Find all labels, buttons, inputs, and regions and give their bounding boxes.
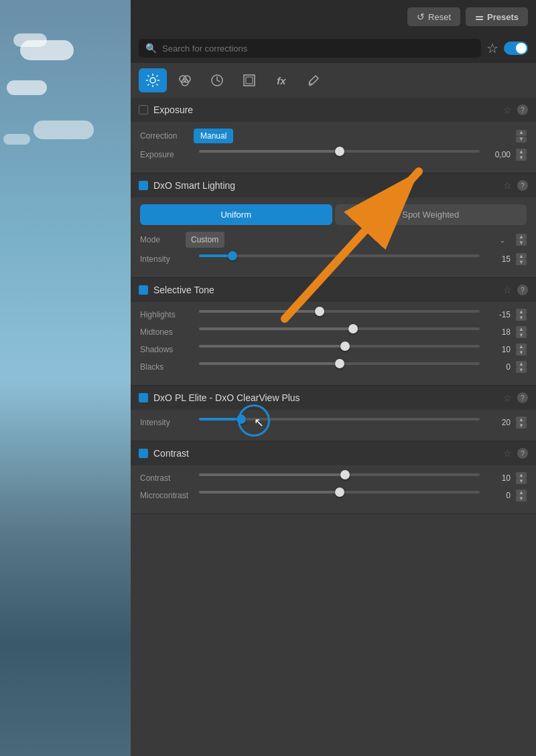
clearview-star-icon[interactable]: ☆ [503, 392, 512, 403]
shadows-stepper-down[interactable]: ▼ [516, 350, 527, 356]
exposure-star-icon[interactable]: ☆ [503, 104, 512, 115]
favorites-star-icon[interactable]: ☆ [486, 40, 498, 56]
smart-lighting-icon [139, 181, 148, 190]
microcontrast-slider-label: Microcontrast [140, 491, 194, 500]
smart-lighting-header[interactable]: DxO Smart Lighting ☆ ? [131, 173, 536, 198]
blacks-value: 0 [485, 362, 511, 372]
microcontrast-stepper-up[interactable]: ▲ [516, 489, 527, 496]
clearview-stepper-up[interactable]: ▲ [516, 417, 527, 423]
selective-tone-title: Selective Tone [153, 285, 498, 295]
intensity-stepper-down[interactable]: ▼ [516, 259, 527, 265]
intensity-slider-row: Intensity 15 ▲ ▼ [140, 253, 527, 265]
toggle-switch[interactable] [504, 42, 528, 55]
microcontrast-value: 0 [485, 491, 511, 500]
highlights-stepper-down[interactable]: ▼ [516, 315, 527, 321]
midtones-label: Midtones [140, 327, 194, 337]
correction-btn-active[interactable]: Manual [194, 129, 233, 143]
clearview-help-icon[interactable]: ? [517, 392, 528, 403]
selective-tone-help-icon[interactable]: ? [517, 285, 528, 295]
fx-label: fx [277, 75, 285, 86]
selective-tone-header[interactable]: Selective Tone ☆ ? [131, 278, 536, 302]
clearview-intensity-row: Intensity 20 ▲ ▼ [140, 417, 527, 429]
blacks-slider-row: Blacks 0 ▲ ▼ [140, 361, 527, 373]
contrast-slider[interactable] [199, 473, 480, 483]
svg-line-6 [157, 84, 158, 86]
midtones-slider-row: Midtones 18 ▲ ▼ [140, 326, 527, 338]
presets-button[interactable]: ⚌ Presets [466, 7, 528, 26]
presets-icon: ⚌ [475, 11, 484, 22]
exposure-header[interactable]: Exposure ☆ ? [131, 98, 536, 122]
smart-lighting-help-icon[interactable]: ? [517, 180, 528, 191]
highlights-label: Highlights [140, 310, 194, 319]
clearview-body: Intensity 20 ▲ ▼ ↖ [131, 410, 536, 441]
intensity-slider[interactable] [199, 254, 480, 264]
history-tool-icon[interactable] [203, 68, 231, 92]
highlights-stepper-up[interactable]: ▲ [516, 309, 527, 315]
search-input-wrap[interactable]: 🔍 [139, 39, 481, 58]
clearview-stepper-down[interactable]: ▼ [516, 423, 527, 429]
exposure-checkbox[interactable] [139, 105, 148, 115]
color-tool-icon[interactable] [171, 68, 199, 92]
exposure-help-icon[interactable]: ? [517, 104, 528, 115]
blacks-label: Blacks [140, 362, 194, 372]
contrast-header[interactable]: Contrast ☆ ? [131, 441, 536, 465]
microcontrast-stepper-down[interactable]: ▼ [516, 496, 527, 502]
midtones-slider[interactable] [199, 327, 480, 337]
tool-icons-row: fx [131, 63, 536, 98]
exposure-slider[interactable] [199, 150, 480, 159]
highlights-slider-row: Highlights -15 ▲ ▼ [140, 309, 527, 321]
reset-button[interactable]: ↺ Reset [407, 7, 460, 26]
correction-row: Correction Manual ▲ ▼ [140, 129, 527, 143]
exposure-stepper-down[interactable]: ▼ [516, 155, 527, 161]
selective-tone-section: Selective Tone ☆ ? Highlights -15 ▲ [131, 278, 536, 386]
smart-lighting-body: Uniform Spot Weighted Mode Custom [131, 198, 536, 277]
right-panel: ↺ Reset ⚌ Presets 🔍 ☆ [131, 0, 536, 756]
contrast-help-icon[interactable]: ? [517, 448, 528, 459]
mode-stepper-up[interactable]: ▲ [516, 234, 527, 240]
contrast-slider-row: Contrast 10 ▲ ▼ [140, 472, 527, 484]
selective-tone-star-icon[interactable]: ☆ [503, 285, 512, 295]
intensity-value: 15 [485, 254, 511, 264]
svg-point-0 [150, 78, 155, 83]
panels-container: Exposure ☆ ? Correction Manual ▲ ▼ Expos… [131, 98, 536, 756]
exposure-stepper-up[interactable]: ▲ [516, 149, 527, 155]
clearview-intensity-value: 20 [485, 418, 511, 427]
spot-weighted-button[interactable]: Spot Weighted [335, 204, 527, 225]
blacks-stepper-up[interactable]: ▲ [516, 361, 527, 367]
midtones-stepper-down[interactable]: ▼ [516, 332, 527, 338]
brush-tool-icon[interactable] [299, 68, 328, 92]
svg-line-7 [157, 76, 158, 77]
light-tool-icon[interactable] [139, 68, 167, 92]
clearview-icon [139, 393, 148, 402]
geometry-tool-icon[interactable] [235, 68, 263, 92]
uniform-button[interactable]: Uniform [140, 204, 332, 225]
shadows-stepper-up[interactable]: ▲ [516, 344, 527, 350]
exposure-section: Exposure ☆ ? Correction Manual ▲ ▼ Expos… [131, 98, 536, 173]
contrast-stepper-down[interactable]: ▼ [516, 478, 527, 484]
fx-tool-icon[interactable]: fx [267, 68, 295, 92]
selective-tone-body: Highlights -15 ▲ ▼ Midtones [131, 302, 536, 385]
blacks-slider[interactable] [199, 362, 480, 372]
mode-stepper-down[interactable]: ▼ [516, 240, 527, 246]
correction-stepper-up[interactable]: ▲ [516, 130, 527, 136]
shadows-value: 10 [485, 345, 511, 354]
intensity-stepper-up[interactable]: ▲ [516, 253, 527, 259]
microcontrast-slider[interactable] [199, 491, 480, 500]
exposure-title: Exposure [153, 104, 498, 115]
shadows-slider[interactable] [199, 345, 480, 354]
smart-lighting-star-icon[interactable]: ☆ [503, 180, 512, 191]
segment-row: Uniform Spot Weighted [140, 204, 527, 225]
svg-line-14 [217, 80, 220, 82]
blacks-stepper-down[interactable]: ▼ [516, 367, 527, 373]
contrast-star-icon[interactable]: ☆ [503, 448, 512, 459]
search-input[interactable] [162, 44, 474, 54]
clearview-intensity-slider[interactable] [199, 418, 480, 427]
mode-select[interactable]: Custom [186, 232, 224, 248]
highlights-slider[interactable] [199, 310, 480, 319]
clearview-header[interactable]: DxO PL Elite - DxO ClearView Plus ☆ ? [131, 386, 536, 410]
correction-stepper-down[interactable]: ▼ [516, 137, 527, 143]
midtones-stepper-up[interactable]: ▲ [516, 326, 527, 332]
contrast-stepper-up[interactable]: ▲ [516, 472, 527, 478]
mode-select-wrap[interactable]: Custom [186, 232, 511, 248]
svg-line-5 [148, 76, 149, 77]
